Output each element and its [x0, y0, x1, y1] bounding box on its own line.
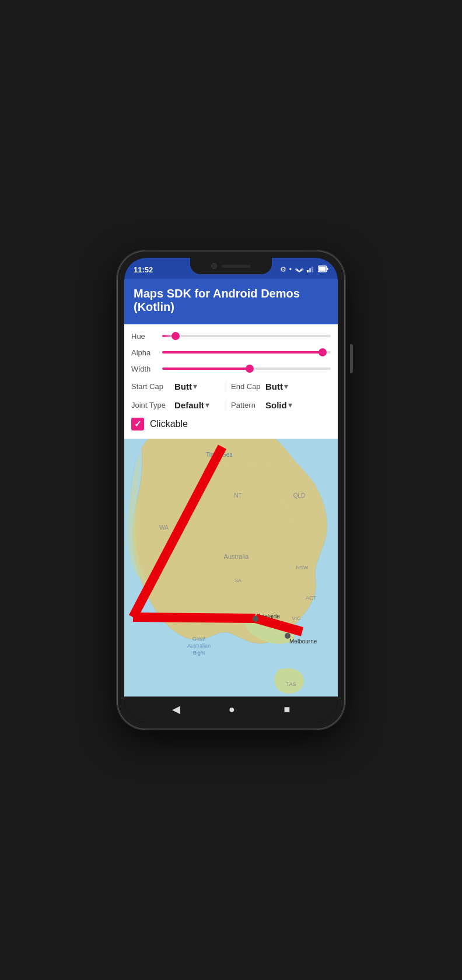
camera — [211, 263, 217, 269]
app-bar: Maps SDK for Android Demos (Kotlin) — [124, 279, 338, 324]
svg-line-29 — [133, 617, 256, 618]
svg-text:Great: Great — [192, 636, 206, 642]
svg-point-32 — [285, 633, 290, 639]
width-label: Width — [131, 365, 158, 373]
svg-rect-3 — [307, 270, 309, 272]
svg-rect-7 — [319, 267, 326, 271]
start-cap-arrow: ▾ — [193, 382, 197, 391]
start-cap-dropdown[interactable]: Butt ▾ — [174, 382, 221, 391]
svg-text:NSW: NSW — [296, 565, 309, 570]
svg-text:ACT: ACT — [306, 595, 317, 601]
wifi-icon — [295, 265, 304, 274]
clickable-label: Clickable — [150, 419, 188, 429]
joint-type-label: Joint Type — [131, 401, 172, 410]
svg-rect-5 — [312, 267, 313, 272]
width-row: Width — [131, 360, 331, 377]
start-cap-label: Start Cap — [131, 382, 172, 391]
svg-text:TAS: TAS — [286, 681, 296, 687]
controls-panel: Hue Alpha Width — [124, 324, 338, 439]
dot-icon: • — [289, 265, 292, 274]
svg-text:VIC: VIC — [292, 615, 301, 621]
phone-notch — [190, 258, 272, 274]
end-cap-value: Butt — [265, 382, 283, 391]
pattern-arrow: ▾ — [288, 400, 292, 410]
hue-label: Hue — [131, 332, 158, 341]
hue-slider[interactable] — [162, 335, 331, 337]
svg-text:SA: SA — [235, 578, 242, 583]
svg-text:Australia: Australia — [224, 553, 250, 560]
status-icons: ⚙ • — [280, 265, 328, 274]
bottom-nav: ◀ ● ■ — [124, 696, 338, 722]
hue-row: Hue — [131, 328, 331, 344]
cap-row: Start Cap Butt ▾ End Cap Butt ▾ — [131, 377, 331, 396]
joint-type-arrow: ▾ — [205, 400, 209, 410]
home-button[interactable]: ● — [229, 704, 235, 716]
clickable-row: ✓ Clickable — [131, 414, 331, 435]
end-cap-dropdown[interactable]: Butt ▾ — [265, 382, 312, 391]
map-area[interactable]: Arafura Sea Timor Sea NT WA QLD Australi… — [124, 439, 338, 696]
svg-text:Melbourne: Melbourne — [289, 638, 317, 645]
width-slider[interactable] — [162, 368, 331, 370]
settings-icon: ⚙ — [280, 265, 286, 274]
alpha-slider[interactable] — [162, 351, 331, 354]
alpha-row: Alpha — [131, 344, 331, 360]
back-button[interactable]: ◀ — [172, 703, 180, 716]
svg-text:Bight: Bight — [193, 650, 205, 656]
svg-text:QLD: QLD — [293, 492, 306, 499]
clickable-checkbox[interactable]: ✓ — [131, 418, 144, 430]
pattern-dropdown[interactable]: Solid ▾ — [265, 400, 312, 410]
pattern-label: Pattern — [231, 401, 263, 410]
battery-icon — [318, 265, 328, 274]
joint-type-dropdown[interactable]: Default ▾ — [174, 400, 221, 410]
end-cap-label: End Cap — [231, 382, 263, 391]
speaker — [222, 265, 251, 268]
app-title: Maps SDK for Android Demos (Kotlin) — [134, 287, 328, 314]
joint-type-value: Default — [174, 400, 204, 410]
start-cap-value: Butt — [174, 382, 192, 391]
svg-text:NT: NT — [234, 492, 242, 499]
signal-icon — [307, 265, 315, 274]
svg-text:WA: WA — [159, 524, 169, 531]
alpha-label: Alpha — [131, 348, 158, 357]
checkmark-icon: ✓ — [134, 419, 142, 429]
joint-pattern-row: Joint Type Default ▾ Pattern Solid ▾ — [131, 396, 331, 414]
pattern-value: Solid — [265, 400, 287, 410]
svg-point-31 — [253, 616, 258, 622]
svg-rect-8 — [327, 268, 328, 270]
recent-button[interactable]: ■ — [284, 704, 290, 716]
svg-rect-4 — [309, 268, 311, 272]
svg-text:Australian: Australian — [187, 643, 211, 649]
end-cap-arrow: ▾ — [284, 382, 288, 391]
